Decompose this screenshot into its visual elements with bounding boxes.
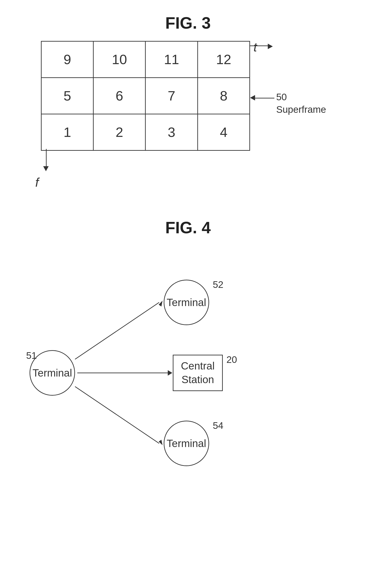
terminal-54-node: Terminal <box>164 421 209 466</box>
grid-row-bot: 1 2 3 4 <box>41 114 250 150</box>
cell-12: 12 <box>198 41 250 78</box>
cell-10: 10 <box>94 41 146 78</box>
cell-5: 5 <box>41 78 94 114</box>
grid-table: 9 10 11 12 5 6 7 8 1 2 3 4 <box>41 41 250 151</box>
central-station-node: CentralStation <box>173 355 223 391</box>
superframe-arrow-line <box>252 98 274 98</box>
cell-3: 3 <box>146 114 198 150</box>
grid-row-mid: 5 6 7 8 <box>41 78 250 114</box>
terminal-52-label: Terminal <box>167 296 206 309</box>
superframe-number: 50 <box>276 92 287 102</box>
terminal-51-number: 51 <box>26 350 37 361</box>
cell-9: 9 <box>41 41 94 78</box>
superframe-text: Superframe <box>276 104 326 115</box>
network-diagram: Terminal 51 Terminal 52 CentralStation 2… <box>0 239 376 580</box>
cell-11: 11 <box>146 41 198 78</box>
cell-4: 4 <box>198 114 250 150</box>
f-arrow-line <box>46 149 47 167</box>
terminal-52-node: Terminal <box>164 280 209 325</box>
fig3-title: FIG. 3 <box>0 14 376 32</box>
svg-line-4 <box>75 387 159 443</box>
superframe-label: 50 Superframe <box>276 91 326 116</box>
cell-7: 7 <box>146 78 198 114</box>
terminal-52-number: 52 <box>213 279 223 290</box>
central-station-label: CentralStation <box>181 359 215 387</box>
terminal-54-number: 54 <box>213 420 223 431</box>
cell-8: 8 <box>198 78 250 114</box>
superframe-arrow-head <box>250 95 255 101</box>
svg-marker-3 <box>168 370 172 376</box>
svg-marker-1 <box>159 301 163 306</box>
cell-2: 2 <box>94 114 146 150</box>
central-station-number: 20 <box>226 354 237 365</box>
grid-row-top: 9 10 11 12 <box>41 41 250 78</box>
fig4-title: FIG. 4 <box>0 218 376 237</box>
terminal-51-label: Terminal <box>32 367 72 379</box>
svg-line-0 <box>75 302 159 359</box>
f-arrow-head <box>43 166 49 171</box>
f-label: f <box>35 175 39 190</box>
cell-1: 1 <box>41 114 94 150</box>
terminal-54-label: Terminal <box>167 437 206 450</box>
cell-6: 6 <box>94 78 146 114</box>
svg-marker-5 <box>159 440 163 445</box>
